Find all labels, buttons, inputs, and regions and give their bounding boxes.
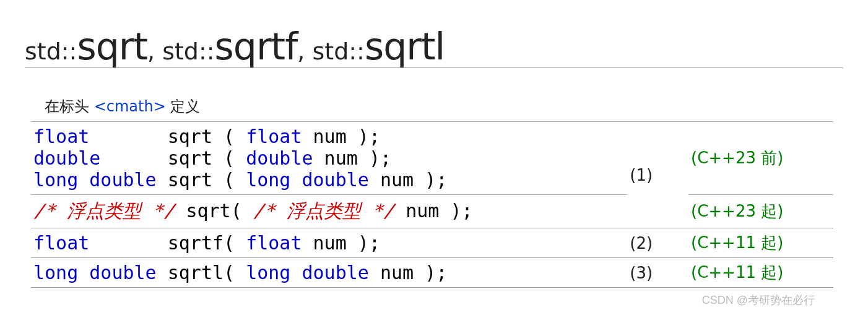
defined-in-header: 在标头 <cmath> 定义	[33, 97, 831, 116]
header-link[interactable]: <cmath>	[94, 98, 166, 115]
table-row: float sqrt ( float num ); double sqrt ( …	[31, 122, 833, 195]
declaration-table: 在标头 <cmath> 定义float sqrt ( float num ); …	[31, 93, 833, 288]
signature-code: float sqrtf( float num );	[31, 228, 627, 258]
title-fn-3: sqrtl	[365, 25, 445, 68]
title-fn-2: sqrtf	[215, 25, 298, 68]
title-fn-1: sqrt	[77, 25, 147, 68]
signature-code: long double sqrtl( long double num );	[31, 258, 627, 288]
table-row: long double sqrtl( long double num );(3)…	[31, 258, 833, 288]
table-row: float sqrtf( float num );(2)(C++11 起)	[31, 228, 833, 258]
title-ns-2: std::	[162, 38, 214, 65]
overload-number: (1)	[627, 122, 688, 228]
watermark: CSDN @考研势在必行	[25, 293, 815, 308]
overload-number: (3)	[627, 258, 688, 288]
title-sep-1: ,	[147, 38, 162, 65]
version-note: (C++11 起)	[688, 228, 833, 258]
version-note: (C++23 起)	[688, 195, 833, 228]
page-title: std::sqrt, std::sqrtf, std::sqrtl	[25, 25, 843, 68]
version-note: (C++11 起)	[688, 258, 833, 288]
title-ns-1: std::	[25, 38, 77, 65]
version-note: (C++23 前)	[688, 122, 833, 195]
overload-number: (2)	[627, 228, 688, 258]
signature-code: /* 浮点类型 */ sqrt( /* 浮点类型 */ num );	[31, 195, 627, 228]
signature-code: float sqrt ( float num ); double sqrt ( …	[31, 122, 627, 195]
title-ns-3: std::	[312, 38, 364, 65]
title-sep-2: ,	[297, 38, 312, 65]
table-row: /* 浮点类型 */ sqrt( /* 浮点类型 */ num );(C++23…	[31, 195, 833, 228]
